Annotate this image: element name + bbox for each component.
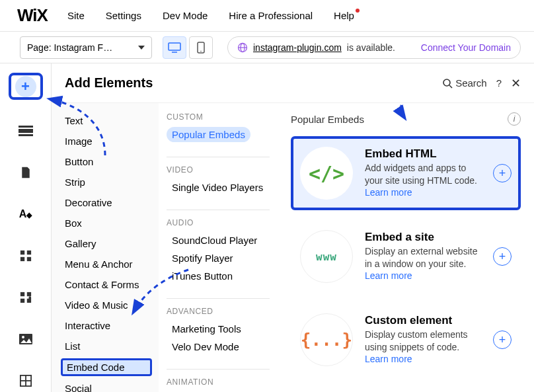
plus-icon: +	[15, 76, 36, 97]
category-text[interactable]: Text	[61, 112, 152, 129]
menu-hire[interactable]: Hire a Professional	[229, 10, 313, 21]
svg-rect-11	[26, 251, 30, 255]
subitem-popular-embeds[interactable]: Popular Embeds	[167, 127, 250, 142]
category-list[interactable]: List	[61, 338, 152, 354]
subitem-itunes-button[interactable]: iTunes Button	[167, 268, 238, 284]
svg-point-3	[200, 50, 202, 52]
section-icon	[19, 125, 33, 137]
svg-point-17	[22, 336, 24, 338]
embed-desc: Add widgets and apps to your site using …	[365, 162, 481, 200]
subitem-marketing-tools[interactable]: Marketing Tools	[167, 321, 247, 336]
embed-card-embed-a-site[interactable]: wwwEmbed a siteDisplay an external websi…	[291, 219, 521, 294]
subitem-single-video-players[interactable]: Single Video Players	[167, 180, 268, 195]
secondary-toolbar: Page: Instagram F… instagram-plugin.com …	[0, 32, 534, 63]
mobile-view-button[interactable]	[189, 36, 213, 59]
domain-available-text: is available.	[347, 42, 395, 53]
puzzle-icon	[19, 292, 33, 303]
panel-header: Add Elements Search ? ✕	[52, 63, 534, 103]
add-elements-button[interactable]: +	[9, 73, 43, 100]
svg-line-22	[449, 85, 452, 88]
category-video-music[interactable]: Video & Music	[61, 297, 152, 313]
page-icon	[19, 167, 33, 178]
category-interactive[interactable]: Interactive	[61, 317, 152, 334]
device-switcher	[163, 36, 213, 59]
svg-rect-14	[20, 292, 24, 296]
category-menu-anchor[interactable]: Menu & Anchor	[61, 256, 152, 272]
code-icon: </>	[300, 147, 353, 200]
learn-more-link[interactable]: Learn more	[365, 187, 412, 198]
learn-more-link[interactable]: Learn more	[365, 354, 412, 364]
chevron-down-icon	[138, 46, 145, 50]
globe-icon	[237, 42, 248, 53]
category-social[interactable]: Social	[61, 380, 152, 392]
rail-media-button[interactable]	[11, 329, 40, 350]
media-icon	[19, 333, 33, 345]
grid-icon	[19, 375, 33, 387]
left-rail: + A◆	[0, 63, 52, 392]
category-box[interactable]: Box	[61, 215, 152, 231]
add-elements-panel: Add Elements Search ? ✕ TextImageButtonS…	[52, 63, 534, 392]
search-placeholder: Search	[455, 77, 487, 89]
mobile-icon	[197, 42, 205, 54]
embed-title: Custom element	[365, 314, 481, 327]
category-button[interactable]: Button	[61, 153, 152, 170]
svg-point-21	[443, 79, 450, 86]
rail-apps-button[interactable]	[11, 245, 40, 267]
panel-search[interactable]: Search	[442, 77, 487, 89]
category-contact-forms[interactable]: Contact & Forms	[61, 276, 152, 293]
www-icon: www	[300, 230, 353, 283]
menu-site[interactable]: Site	[67, 10, 85, 21]
add-embed-button[interactable]: +	[493, 164, 512, 182]
add-embed-button[interactable]: +	[493, 331, 512, 349]
embed-title: Embed HTML	[365, 147, 481, 161]
panel-close-button[interactable]: ✕	[511, 76, 521, 91]
category-decorative[interactable]: Decorative	[61, 194, 152, 211]
embed-card-embed-html[interactable]: </>Embed HTMLAdd widgets and apps to you…	[291, 136, 521, 210]
category-strip[interactable]: Strip	[61, 174, 152, 190]
add-embed-button[interactable]: +	[493, 247, 512, 266]
rail-data-button[interactable]	[11, 370, 40, 392]
svg-rect-7	[19, 126, 33, 128]
page-selector[interactable]: Page: Instagram F…	[20, 36, 152, 59]
category-embed-code[interactable]: Embed Code	[61, 358, 152, 376]
rail-section-button[interactable]	[11, 120, 40, 141]
menu-dev-mode[interactable]: Dev Mode	[163, 10, 208, 21]
category-image[interactable]: Image	[61, 133, 152, 149]
connect-domain-link[interactable]: Connect Your Domain	[421, 42, 511, 53]
embed-title: Embed a site	[365, 231, 481, 244]
embeds-area: Popular Embeds i </>Embed HTMLAdd widget…	[278, 103, 534, 392]
embed-desc: Display an external website in a window …	[365, 245, 481, 283]
category-list: TextImageButtonStripDecorativeBoxGallery…	[52, 103, 159, 392]
svg-rect-8	[19, 129, 33, 133]
info-icon[interactable]: i	[508, 112, 521, 126]
subgroup-head: ADVANCED	[167, 307, 270, 316]
panel-help-button[interactable]: ?	[496, 77, 502, 89]
top-menu-bar: WiX Site Settings Dev Mode Hire a Profes…	[0, 0, 534, 32]
notification-dot-icon	[356, 9, 360, 13]
braces-icon: {...}	[300, 313, 353, 366]
category-gallery[interactable]: Gallery	[61, 235, 152, 252]
subitem-spotify-player[interactable]: Spotify Player	[167, 251, 239, 266]
subgroup-head: CUSTOM	[167, 112, 270, 122]
svg-rect-10	[20, 251, 24, 255]
desktop-view-button[interactable]	[163, 36, 186, 59]
embeds-section-title: Popular Embeds	[291, 114, 364, 125]
main-menu: Site Settings Dev Mode Hire a Profession…	[67, 10, 354, 21]
learn-more-link[interactable]: Learn more	[365, 270, 412, 281]
subcategory-list: CUSTOMPopular EmbedsVIDEOSingle Video Pl…	[159, 103, 278, 392]
embed-card-custom-element[interactable]: {...}Custom elementDisplay custom elemen…	[291, 303, 521, 377]
desktop-icon	[168, 42, 181, 53]
rail-pages-button[interactable]	[11, 161, 40, 183]
rail-design-button[interactable]: A◆	[11, 203, 40, 225]
main-area: + A◆	[0, 63, 534, 392]
wix-logo: WiX	[17, 5, 48, 26]
rail-addons-button[interactable]	[11, 287, 40, 309]
subitem-velo-dev-mode[interactable]: Velo Dev Mode	[167, 339, 245, 354]
page-selector-label: Page: Instagram F…	[27, 42, 112, 53]
menu-help[interactable]: Help	[334, 10, 354, 21]
panel-title: Add Elements	[65, 75, 153, 91]
menu-settings[interactable]: Settings	[106, 10, 141, 21]
menu-help-label: Help	[334, 10, 354, 21]
svg-rect-15	[26, 292, 30, 296]
subitem-soundcloud-player[interactable]: SoundCloud Player	[167, 233, 262, 248]
